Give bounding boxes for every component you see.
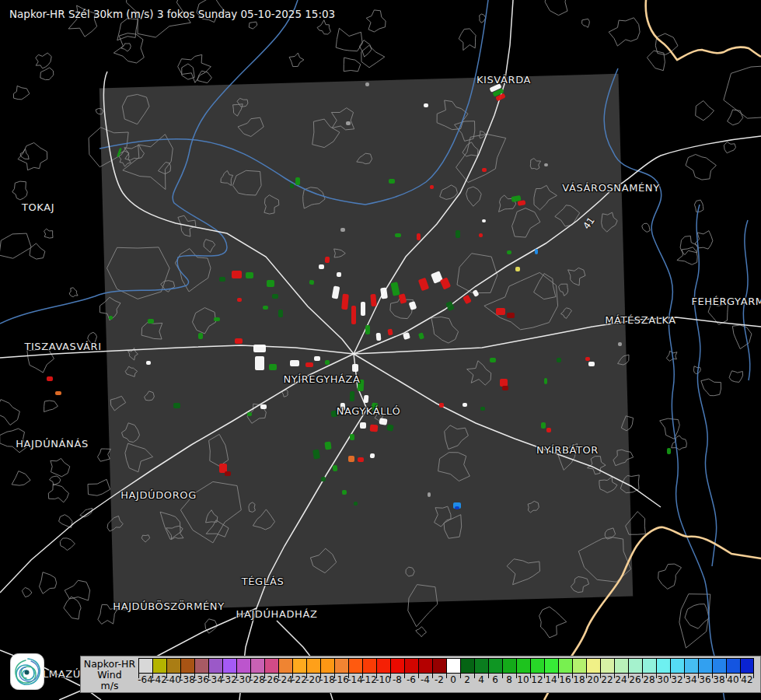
wind-cell xyxy=(350,391,354,401)
wind-cell xyxy=(47,376,53,381)
wind-cell xyxy=(482,219,486,222)
wind-cell xyxy=(544,378,547,384)
scale-swatch xyxy=(222,658,236,674)
legend-product-name: Napkor-HR xyxy=(81,659,138,670)
scale-swatch xyxy=(278,658,292,674)
scale-step: 34 xyxy=(684,658,698,674)
scale-value: 16 xyxy=(559,674,571,685)
wind-cell xyxy=(225,471,231,476)
scale-value: 22 xyxy=(601,674,613,685)
wind-cell xyxy=(463,403,467,407)
wind-cell xyxy=(544,163,548,166)
scale-step: 10 xyxy=(516,658,530,674)
scale-swatch xyxy=(236,658,250,674)
color-scale: -64-42-40-38-36-34-32-30-28-26-24-22-20-… xyxy=(138,658,754,674)
scale-swatch xyxy=(362,658,376,674)
scale-step: -2 xyxy=(432,658,446,674)
scale-value: 24 xyxy=(615,674,627,685)
wind-cell xyxy=(198,333,203,339)
wind-cell xyxy=(585,357,590,361)
scale-value: 28 xyxy=(643,674,655,685)
scale-swatch xyxy=(250,658,264,674)
scale-swatch xyxy=(740,658,754,674)
wind-cell xyxy=(618,342,622,346)
scale-step: 20 xyxy=(586,658,600,674)
scale-step: -20 xyxy=(306,658,320,674)
scale-step: -28 xyxy=(250,658,264,674)
scale-step: -4 xyxy=(418,658,432,674)
scale-step: -42 xyxy=(152,658,166,674)
scale-value: -16 xyxy=(333,674,349,685)
wind-cell xyxy=(370,425,379,432)
roads xyxy=(0,0,761,700)
city-label-nyrbtor: NYÍRBÁTOR xyxy=(536,444,599,456)
scale-value: -26 xyxy=(264,674,279,685)
scale-swatch xyxy=(432,658,446,674)
scale-value: -64 xyxy=(138,674,153,685)
wind-cell xyxy=(260,404,267,409)
scale-value: 10 xyxy=(517,674,529,685)
wind-cell xyxy=(379,418,387,425)
country-borders xyxy=(544,0,761,700)
scale-step: -12 xyxy=(362,658,376,674)
scale-step: -64 xyxy=(138,658,152,674)
scale-value: 20 xyxy=(587,674,599,685)
city-label-nyregyhza: NYÍREGYHÁZA xyxy=(283,373,360,385)
scale-value: -36 xyxy=(194,674,209,685)
wind-cell xyxy=(173,403,180,408)
wind-cell xyxy=(350,434,354,440)
wind-cell xyxy=(389,179,395,184)
city-label-tokaj: TOKAJ xyxy=(22,201,54,213)
scale-step: 8 xyxy=(502,658,516,674)
scale-value: -24 xyxy=(278,674,293,685)
wind-cell xyxy=(376,333,382,341)
scale-value: -18 xyxy=(319,674,335,685)
wind-cell xyxy=(214,317,220,321)
wind-cell xyxy=(557,358,561,362)
scale-step: 32 xyxy=(670,658,684,674)
city-label-hajdnns: HAJDÚNÁNÁS xyxy=(16,438,89,450)
scale-swatch xyxy=(502,658,516,674)
scale-step: -36 xyxy=(194,658,208,674)
city-label-hajdhadhz: HAJDÚHADHÁZ xyxy=(236,608,318,620)
wind-cell xyxy=(247,412,252,416)
scale-step: 42 xyxy=(740,658,754,674)
wind-cell xyxy=(507,313,515,318)
wind-cell xyxy=(386,424,393,431)
scale-step: -30 xyxy=(236,658,250,674)
city-label-hajddorog: HAJDÚDOROG xyxy=(120,489,197,501)
scale-value: -20 xyxy=(305,674,321,685)
scale-swatch xyxy=(698,658,712,674)
scale-swatch xyxy=(656,658,670,674)
wind-cell xyxy=(263,306,268,310)
scale-swatch xyxy=(138,658,152,674)
rivers xyxy=(0,0,750,700)
wind-cell xyxy=(354,502,358,506)
wind-cell xyxy=(253,345,266,352)
scale-step: 0 xyxy=(446,658,460,674)
wind-cell xyxy=(358,457,364,462)
wind-cell xyxy=(146,361,151,365)
scale-swatch xyxy=(292,658,306,674)
wind-cell xyxy=(480,407,485,411)
scale-value: 0 xyxy=(450,674,456,685)
scale-swatch xyxy=(208,658,222,674)
scale-value: -2 xyxy=(435,674,444,685)
scale-value: 38 xyxy=(713,674,724,685)
scale-step: -8 xyxy=(390,658,404,674)
scale-step: 4 xyxy=(474,658,488,674)
scale-step: -10 xyxy=(376,658,390,674)
wind-cell xyxy=(219,277,225,282)
scale-swatch xyxy=(264,658,278,674)
scale-step: -26 xyxy=(264,658,278,674)
scale-value: 34 xyxy=(685,674,696,685)
scale-value: -10 xyxy=(375,674,391,685)
city-label-nagykll: NAGYKÁLLÓ xyxy=(337,405,401,417)
scale-step: 16 xyxy=(558,658,572,674)
scale-swatch xyxy=(446,658,460,674)
scale-step: -40 xyxy=(166,658,180,674)
scale-swatch xyxy=(306,658,320,674)
wind-cell xyxy=(364,395,369,403)
scale-step: 30 xyxy=(656,658,670,674)
wind-cell xyxy=(546,428,551,432)
